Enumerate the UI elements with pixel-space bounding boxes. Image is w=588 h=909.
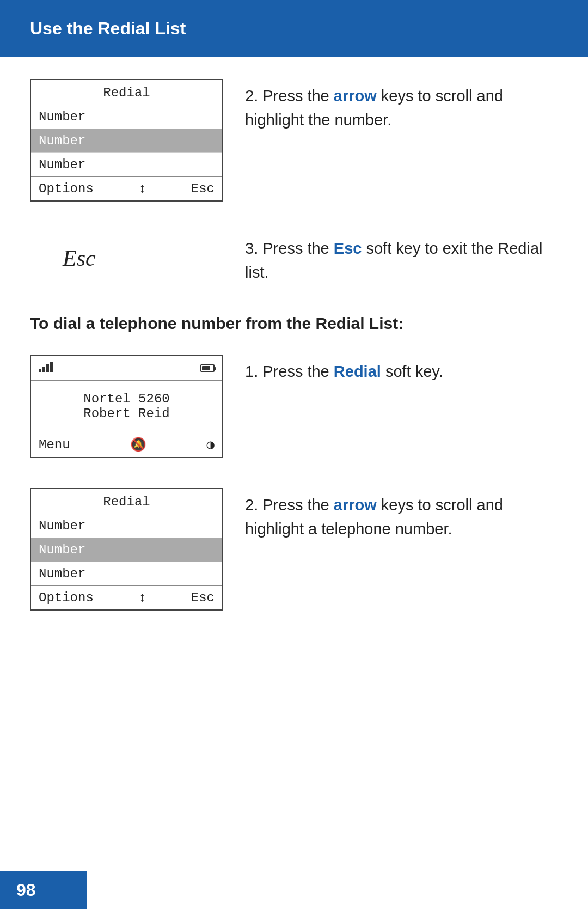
idle-softkey-speaker-icon: 🔕 xyxy=(130,437,146,453)
redial-screen-1: Redial Number Number Number Options ↕ Es… xyxy=(30,79,223,202)
redial-row2-1-highlighted: Number xyxy=(31,129,222,153)
idle-softkey-row: Menu 🔕 ◑ xyxy=(31,432,222,457)
step-3-number: 3. xyxy=(245,240,258,257)
idle-main-area: Nortel 5260 Robert Reid xyxy=(31,381,222,432)
step-2-s2-highlight: arrow xyxy=(334,496,377,514)
step-row-3: Esc 3. Press the Esc soft key to exit th… xyxy=(30,231,558,284)
page-footer: 98 xyxy=(0,871,87,909)
redial-row2-2-highlighted: Number xyxy=(31,538,222,562)
step-3-before: Press the xyxy=(262,240,334,257)
section2-heading: To dial a telephone number from the Redi… xyxy=(30,314,558,333)
step-1-s2-number: 1. xyxy=(245,363,258,380)
step-3-text: 3. Press the Esc soft key to exit the Re… xyxy=(245,231,558,284)
step-2-top-text: 2. Press the arrow keys to scroll and hi… xyxy=(245,79,558,132)
page-number: 98 xyxy=(16,880,36,900)
signal-bars xyxy=(39,361,53,372)
idle-screen: Nortel 5260 Robert Reid Menu 🔕 ◑ xyxy=(30,355,223,458)
idle-softkey-menu: Menu xyxy=(39,437,70,452)
battery-icon-container xyxy=(200,362,215,375)
page-title: Use the Redial List xyxy=(30,19,186,39)
softkey-options-1: Options xyxy=(39,181,94,196)
step-2-s2-number: 2. xyxy=(245,496,258,514)
softkey-options-2: Options xyxy=(39,590,94,605)
header-bar: Use the Redial List xyxy=(0,0,588,57)
redial-row3-1: Number xyxy=(31,153,222,176)
battery-icon xyxy=(200,364,215,372)
step-row-2-top: Redial Number Number Number Options ↕ Es… xyxy=(30,79,558,202)
step-2-top-highlight: arrow xyxy=(334,87,377,105)
softkey-esc-1: Esc xyxy=(191,181,215,196)
step-1-s2-text: 1. Press the Redial soft key. xyxy=(245,355,558,384)
esc-text: Esc xyxy=(63,245,96,271)
redial-title-1: Redial xyxy=(31,80,222,105)
redial-softkey-row-1: Options ↕ Esc xyxy=(31,176,222,200)
redial-screen-2: Redial Number Number Number Options ↕ Es… xyxy=(30,488,223,611)
signal-bars-icon xyxy=(39,361,53,376)
redial-title-2: Redial xyxy=(31,489,222,514)
step-1-s2-highlight: Redial xyxy=(334,363,381,380)
step-1-s2-after: soft key. xyxy=(381,363,443,380)
user-name: Robert Reid xyxy=(39,406,215,421)
step-2-s2-text: 2. Press the arrow keys to scroll and hi… xyxy=(245,488,558,541)
step-1-s2-before: Press the xyxy=(262,363,334,380)
device-name: Nortel 5260 xyxy=(39,392,215,406)
battery-fill xyxy=(202,366,210,370)
step-2-top-before: Press the xyxy=(262,87,334,105)
step-row-2-s2: Redial Number Number Number Options ↕ Es… xyxy=(30,488,558,611)
softkey-arrow-1: ↕ xyxy=(138,181,146,196)
redial-row1-2: Number xyxy=(31,514,222,538)
main-content: Redial Number Number Number Options ↕ Es… xyxy=(0,57,588,654)
status-bar xyxy=(31,356,222,381)
idle-softkey-handset-icon: ◑ xyxy=(207,437,215,453)
step-2-top-number: 2. xyxy=(245,87,258,105)
redial-row1-1: Number xyxy=(31,105,222,129)
esc-label-display: Esc xyxy=(30,245,223,271)
step-3-highlight: Esc xyxy=(334,240,362,257)
step-2-s2-before: Press the xyxy=(262,496,334,514)
softkey-arrow-2: ↕ xyxy=(138,590,146,605)
step-row-1-s2: Nortel 5260 Robert Reid Menu 🔕 ◑ 1. Pres… xyxy=(30,355,558,458)
softkey-esc-2: Esc xyxy=(191,590,215,605)
redial-softkey-row-2: Options ↕ Esc xyxy=(31,585,222,609)
redial-row3-2: Number xyxy=(31,562,222,585)
